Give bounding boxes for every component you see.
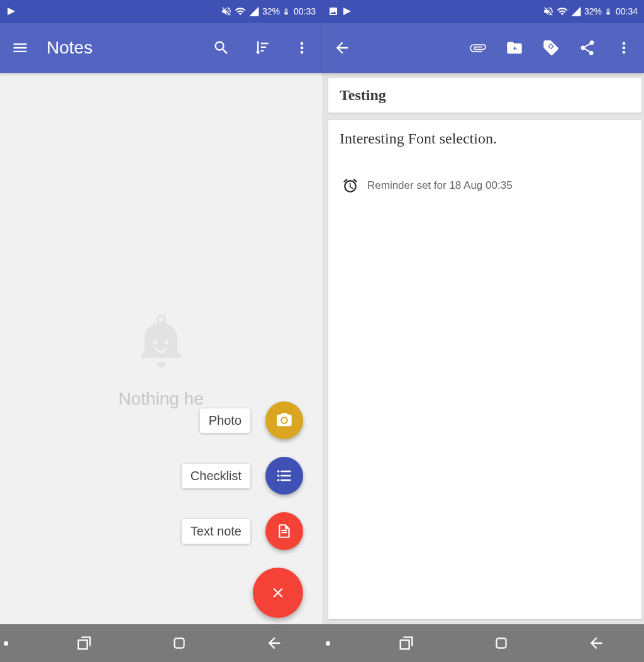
wifi-icon xyxy=(235,6,246,17)
category-icon[interactable] xyxy=(506,39,523,57)
mute-icon xyxy=(221,6,232,17)
android-nav-bar xyxy=(322,624,644,662)
note-body-card[interactable]: Interesting Font selection. Reminder set… xyxy=(328,120,641,619)
fab-row-textnote: Text note xyxy=(182,512,303,550)
signal-icon xyxy=(248,6,260,17)
app-bar-detail xyxy=(322,23,644,73)
back-button[interactable] xyxy=(577,631,615,656)
search-icon[interactable] xyxy=(213,39,230,57)
back-arrow-icon[interactable] xyxy=(333,39,351,57)
fab-label-textnote[interactable]: Text note xyxy=(182,519,250,544)
battery-percent: 32% xyxy=(262,6,280,16)
close-icon xyxy=(270,585,286,601)
nav-indicator xyxy=(4,641,8,646)
note-content: Testing Interesting Font selection. Remi… xyxy=(322,73,644,624)
image-icon xyxy=(328,6,338,16)
fab-textnote-button[interactable] xyxy=(265,512,303,550)
nav-indicator xyxy=(326,641,330,646)
fab-menu: Photo Checklist Text note xyxy=(182,401,303,618)
status-bar: 32% 00:33 xyxy=(0,0,322,23)
play-icon xyxy=(6,6,16,16)
android-nav-bar xyxy=(0,624,322,662)
fab-checklist-button[interactable] xyxy=(265,457,303,495)
attachment-icon[interactable] xyxy=(469,39,487,57)
status-right: 32% 00:34 xyxy=(543,6,638,17)
more-icon[interactable] xyxy=(293,39,311,57)
wifi-icon xyxy=(557,6,568,17)
camera-icon xyxy=(275,412,293,429)
fab-photo-button[interactable] xyxy=(265,401,303,439)
note-title: Testing xyxy=(328,78,641,113)
recent-apps-button[interactable] xyxy=(387,631,425,656)
reminder-row[interactable]: Reminder set for 18 Aug 00:35 xyxy=(340,177,630,194)
recent-apps-button[interactable] xyxy=(65,631,103,656)
status-bar: 32% 00:34 xyxy=(322,0,644,23)
status-right: 32% 00:33 xyxy=(221,6,316,17)
svg-rect-4 xyxy=(175,638,184,648)
appbar-actions xyxy=(213,39,311,57)
home-button[interactable] xyxy=(482,631,520,656)
svg-point-0 xyxy=(157,316,165,323)
mute-icon xyxy=(543,6,554,17)
clock-text: 00:34 xyxy=(616,6,638,16)
fab-close-button[interactable] xyxy=(253,568,303,618)
svg-rect-5 xyxy=(497,638,506,648)
battery-icon xyxy=(604,6,612,17)
svg-point-2 xyxy=(165,340,169,345)
status-left xyxy=(6,6,16,16)
battery-percent: 32% xyxy=(584,6,602,16)
svg-point-3 xyxy=(282,418,286,422)
note-icon xyxy=(276,523,292,539)
play-icon xyxy=(342,6,352,16)
fab-label-photo[interactable]: Photo xyxy=(200,408,250,433)
tag-icon[interactable] xyxy=(542,39,560,57)
fab-row-close xyxy=(253,568,303,618)
app-bar: Notes xyxy=(0,23,322,73)
more-icon[interactable] xyxy=(615,39,633,57)
sort-icon[interactable] xyxy=(253,39,270,57)
fab-row-photo: Photo xyxy=(200,401,303,439)
signal-icon xyxy=(570,6,582,17)
back-button[interactable] xyxy=(255,631,293,656)
battery-icon xyxy=(282,6,290,17)
screen-notes-list: 32% 00:33 Notes xyxy=(0,0,322,662)
note-title-card[interactable]: Testing xyxy=(328,78,641,113)
status-left xyxy=(328,6,352,16)
bell-face-icon xyxy=(133,313,189,376)
appbar-actions xyxy=(469,39,633,57)
empty-state: Nothing he xyxy=(118,313,203,409)
fab-label-checklist[interactable]: Checklist xyxy=(182,464,250,488)
clock-text: 00:33 xyxy=(294,6,316,16)
share-icon[interactable] xyxy=(579,39,596,57)
hamburger-menu-icon[interactable] xyxy=(11,39,29,57)
alarm-icon xyxy=(342,177,358,194)
note-body-text: Interesting Font selection. xyxy=(340,130,630,147)
screen-note-detail: 32% 00:34 xyxy=(322,0,644,662)
content-empty: Nothing he Photo Checklist xyxy=(0,73,322,624)
svg-point-1 xyxy=(153,340,157,345)
reminder-text: Reminder set for 18 Aug 00:35 xyxy=(367,179,513,192)
fab-row-checklist: Checklist xyxy=(182,457,303,495)
page-title: Notes xyxy=(47,38,92,58)
home-button[interactable] xyxy=(160,631,198,656)
list-icon xyxy=(275,467,293,485)
